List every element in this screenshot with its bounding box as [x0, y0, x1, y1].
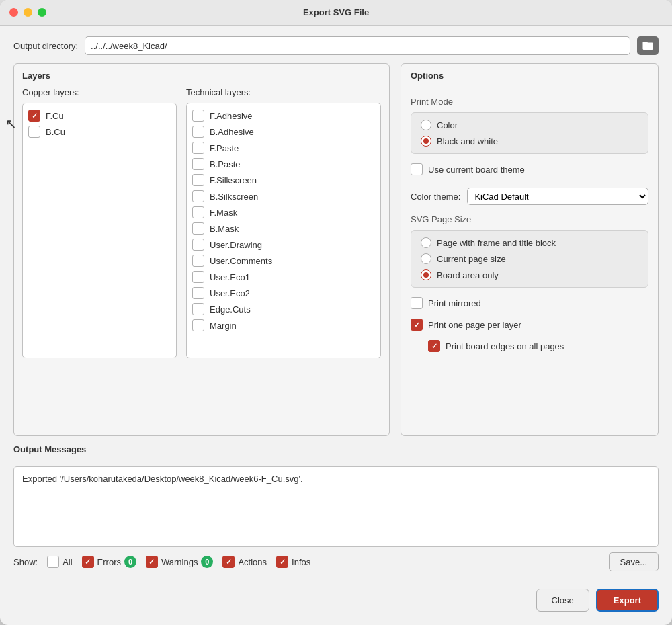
copper-layers-title: Copper layers:: [22, 87, 177, 97]
list-item: B.Cu: [28, 124, 171, 140]
show-label: Show:: [13, 557, 38, 567]
current-page-radio[interactable]: [421, 253, 431, 264]
minimize-window-button[interactable]: [24, 8, 32, 17]
color-theme-row: Color theme: KiCad Default: [411, 188, 648, 205]
bsilkscreen-checkbox[interactable]: [192, 190, 204, 202]
layers-panel: Layers Copper layers: F.Cu B.Cu: [13, 63, 390, 436]
errors-label: Errors: [97, 557, 121, 567]
close-window-button[interactable]: [9, 8, 18, 17]
bmask-checkbox[interactable]: [192, 222, 204, 235]
technical-layers-section: Technical layers: F.Adhesive B.Adhesive: [186, 87, 381, 358]
close-button[interactable]: Close: [536, 589, 589, 612]
fmask-checkbox[interactable]: [192, 206, 204, 218]
usereco1-label: User.Eco1: [210, 272, 250, 282]
list-item: B.Paste: [192, 156, 375, 172]
current-page-radio-item[interactable]: Current page size: [421, 253, 638, 264]
output-messages-title: Output Messages: [13, 444, 659, 454]
list-item: F.Silkscreen: [192, 172, 375, 188]
bw-radio[interactable]: [421, 136, 431, 147]
messages-text: Exported '/Users/koharutakeda/Desktop/we…: [22, 474, 303, 484]
list-item: User.Drawing: [192, 237, 375, 253]
userdrawing-label: User.Drawing: [210, 240, 262, 250]
warnings-checkbox[interactable]: [146, 556, 158, 568]
svg-page-size-section: SVG Page Size Page with frame and title …: [411, 214, 648, 288]
print-mode-section: Print Mode Color Black and white: [411, 97, 648, 154]
bmask-label: B.Mask: [210, 224, 239, 234]
save-button[interactable]: Save...: [609, 552, 659, 571]
board-area-radio-label: Board area only: [437, 270, 499, 280]
list-item: B.Adhesive: [192, 124, 375, 140]
edgecuts-label: Edge.Cuts: [210, 304, 251, 315]
color-radio-item[interactable]: Color: [421, 120, 638, 130]
current-page-radio-label: Current page size: [437, 254, 506, 264]
actions-filter-item: Actions: [222, 556, 267, 568]
browse-folder-button[interactable]: [637, 36, 659, 55]
fcu-checkbox[interactable]: [28, 110, 40, 122]
print-one-page-checkbox[interactable]: [411, 319, 423, 331]
messages-box: Exported '/Users/koharutakeda/Desktop/we…: [13, 466, 659, 547]
actions-checkbox[interactable]: [222, 556, 235, 568]
output-directory-row: Output directory:: [13, 36, 659, 55]
main-content: ↖ Output directory: Layers Copper layers…: [0, 26, 672, 582]
bpaste-checkbox[interactable]: [192, 158, 204, 170]
color-radio-label: Color: [437, 120, 458, 130]
frame-radio-item[interactable]: Page with frame and title block: [421, 237, 638, 248]
copper-layer-list: F.Cu B.Cu: [22, 103, 177, 358]
print-board-edges-row: Print board edges on all pages: [428, 340, 648, 352]
list-item: User.Eco1: [192, 269, 375, 285]
badhesive-checkbox[interactable]: [192, 126, 204, 138]
fsilkscreen-label: F.Silkscreen: [210, 175, 257, 185]
fadhesive-checkbox[interactable]: [192, 110, 204, 122]
print-board-edges-label: Print board edges on all pages: [446, 341, 564, 351]
print-mirrored-label: Print mirrored: [428, 298, 481, 308]
frame-radio-label: Page with frame and title block: [437, 238, 556, 248]
fmask-label: F.Mask: [210, 208, 237, 218]
layers-panel-title: Layers: [22, 71, 381, 81]
bpaste-label: B.Paste: [210, 159, 241, 169]
edgecuts-checkbox[interactable]: [192, 303, 204, 315]
usereco2-checkbox[interactable]: [192, 287, 204, 299]
board-theme-checkbox[interactable]: [411, 163, 423, 175]
frame-radio[interactable]: [421, 237, 431, 248]
badhesive-label: B.Adhesive: [210, 127, 254, 137]
board-area-radio-item[interactable]: Board area only: [421, 269, 638, 280]
output-directory-input[interactable]: [85, 36, 630, 55]
list-item: B.Silkscreen: [192, 188, 375, 204]
svg-page-box: Page with frame and title block Current …: [411, 230, 648, 288]
infos-label: Infos: [292, 557, 310, 567]
bcu-checkbox[interactable]: [28, 126, 40, 138]
bw-radio-item[interactable]: Black and white: [421, 136, 638, 147]
maximize-window-button[interactable]: [38, 8, 46, 17]
usereco1-checkbox[interactable]: [192, 271, 204, 283]
show-filter-row: Show: All Errors 0 Warnings 0: [13, 552, 659, 571]
svg-page-size-label: SVG Page Size: [411, 214, 648, 224]
export-svg-dialog: Export SVG File ↖ Output directory: Laye…: [0, 0, 672, 625]
fpaste-label: F.Paste: [210, 143, 239, 153]
output-messages-section: Output Messages Exported '/Users/koharut…: [13, 444, 659, 571]
print-mirrored-row: Print mirrored: [411, 297, 648, 309]
window-title: Export SVG File: [303, 7, 369, 17]
userdrawing-checkbox[interactable]: [192, 239, 204, 251]
print-mirrored-checkbox[interactable]: [411, 297, 423, 309]
output-directory-label: Output directory:: [13, 41, 78, 51]
fpaste-checkbox[interactable]: [192, 142, 204, 154]
color-theme-select[interactable]: KiCad Default: [467, 188, 648, 205]
print-one-page-row: Print one page per layer: [411, 319, 648, 331]
two-col-layout: Layers Copper layers: F.Cu B.Cu: [13, 63, 659, 436]
technical-layer-list[interactable]: F.Adhesive B.Adhesive F.Paste: [186, 103, 381, 358]
list-item: F.Mask: [192, 204, 375, 220]
board-area-radio[interactable]: [421, 269, 431, 280]
fsilkscreen-checkbox[interactable]: [192, 174, 204, 186]
infos-checkbox[interactable]: [276, 556, 288, 568]
all-checkbox[interactable]: [47, 556, 59, 568]
errors-checkbox[interactable]: [82, 556, 94, 568]
print-board-edges-checkbox[interactable]: [428, 340, 440, 352]
list-item: F.Paste: [192, 140, 375, 156]
fadhesive-label: F.Adhesive: [210, 111, 253, 121]
list-item: Margin: [192, 317, 375, 333]
export-button[interactable]: Export: [596, 589, 659, 612]
usercomments-checkbox[interactable]: [192, 255, 204, 267]
color-radio[interactable]: [421, 120, 431, 130]
board-theme-label: Use current board theme: [428, 165, 525, 175]
margin-checkbox[interactable]: [192, 319, 204, 331]
